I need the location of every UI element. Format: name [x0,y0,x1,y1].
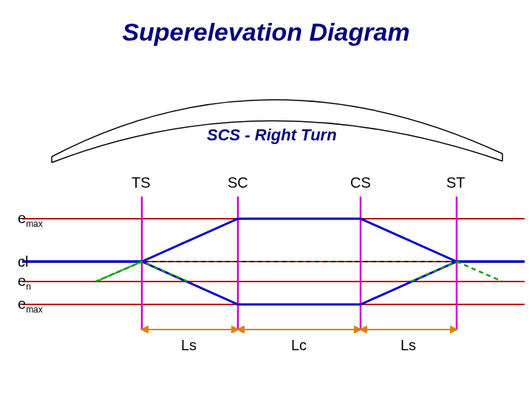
label-ls-2: Ls [400,337,416,354]
label-ls-1: Ls [181,337,197,354]
label-st: ST [446,174,466,191]
diagram-subtitle: SCS - Right Turn [207,126,337,145]
label-lc: Lc [291,337,307,354]
label-ts: TS [132,174,151,191]
diagram-svg [0,0,532,399]
label-cs: CS [350,174,371,191]
label-en: en [18,273,31,292]
label-sc: SC [228,174,248,191]
label-emax-top: emax [18,210,43,229]
svg-line-14 [457,262,502,282]
label-emax-bot: emax [18,296,43,315]
label-cl: cl [18,253,28,270]
